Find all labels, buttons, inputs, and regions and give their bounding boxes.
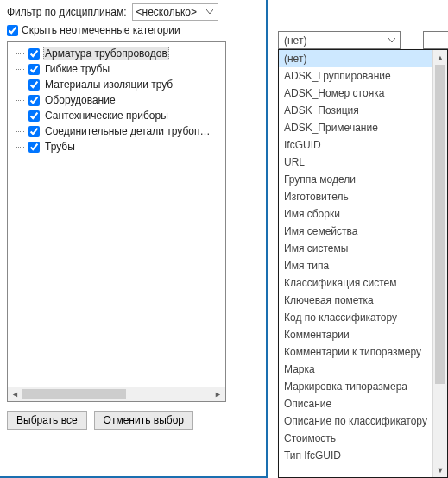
tree-row[interactable]: Материалы изоляции труб [11, 77, 224, 92]
category-tree: Арматура трубопроводовГибкие трубыМатери… [7, 41, 226, 402]
tree-item-label: Сантехнические приборы [43, 110, 170, 122]
dropdown-option[interactable]: ADSK_Группирование [279, 67, 432, 85]
discipline-filter-combo[interactable]: <несколько> [132, 3, 218, 21]
dropdown-option[interactable]: Классификация систем [279, 274, 432, 292]
tree-item-label: Трубы [43, 141, 77, 153]
chevron-down-icon [204, 6, 216, 18]
dropdown-option[interactable]: IfcGUID [279, 136, 432, 154]
hide-unchecked-row: Скрыть неотмеченные категории [7, 24, 261, 36]
button-row: Выбрать все Отменить выбор [7, 411, 261, 430]
dropdown-option[interactable]: Имя сборки [279, 205, 432, 223]
horizontal-scrollbar[interactable]: ◄ ► [8, 387, 225, 401]
dropdown-option[interactable]: Маркировка типоразмера [279, 378, 432, 395]
tree-connector-icon [11, 92, 27, 108]
tree-item-label: Соединительные детали трубопрово… [43, 125, 216, 137]
adjacent-button-stub[interactable] [423, 31, 448, 49]
parameter-combo[interactable]: (нет) [278, 31, 401, 49]
tree-item-checkbox[interactable] [28, 64, 40, 75]
tree-item-checkbox[interactable] [28, 126, 40, 137]
tree-row[interactable]: Соединительные детали трубопрово… [11, 123, 224, 139]
tree-row[interactable]: Гибкие трубы [11, 61, 224, 77]
scroll-thumb[interactable] [22, 389, 126, 399]
vertical-scrollbar[interactable]: ▲ ▼ [432, 50, 447, 477]
dropdown-option[interactable]: Код по классификатору [279, 309, 432, 326]
tree-item-checkbox[interactable] [28, 142, 40, 153]
tree-item-checkbox[interactable] [28, 110, 40, 122]
tree-connector-icon [11, 61, 27, 77]
dropdown-option[interactable]: Группа модели [279, 171, 432, 188]
scroll-up-icon[interactable]: ▲ [433, 50, 447, 65]
dropdown-option[interactable]: Имя семейства [279, 223, 432, 240]
tree-item-label: Материалы изоляции труб [43, 79, 174, 91]
tree-connector-icon [11, 139, 27, 154]
dropdown-option[interactable]: Имя типа [279, 257, 432, 274]
vertical-divider [266, 0, 268, 478]
tree-connector-icon [11, 123, 27, 139]
dropdown-option[interactable]: Описание [279, 395, 432, 412]
dropdown-option[interactable]: ADSK_Примечание [279, 119, 432, 136]
tree-item-checkbox[interactable] [28, 48, 40, 60]
dropdown-option[interactable]: Имя системы [279, 240, 432, 257]
parameter-dropdown-list: (нет)ADSK_ГруппированиеADSK_Номер стояка… [278, 49, 448, 478]
chevron-down-icon [385, 34, 398, 47]
dropdown-items-container: (нет)ADSK_ГруппированиеADSK_Номер стояка… [279, 50, 432, 477]
scroll-right-icon[interactable]: ► [211, 387, 225, 401]
dropdown-option[interactable]: Комментарии к типоразмеру [279, 343, 432, 361]
dropdown-option[interactable]: ADSK_Позиция [279, 102, 432, 119]
scroll-track[interactable] [22, 387, 211, 401]
dropdown-option[interactable]: Тип IfcGUID [279, 447, 432, 464]
parameter-combo-value: (нет) [284, 35, 306, 47]
filter-label: Фильтр по дисциплинам: [7, 6, 127, 18]
tree-row[interactable]: Сантехнические приборы [11, 108, 224, 123]
tree-item-label: Оборудование [43, 94, 117, 106]
discipline-filter-value: <несколько> [136, 6, 197, 18]
tree-connector-icon [11, 77, 27, 92]
tree-connector-icon [11, 46, 27, 61]
hide-unchecked-checkbox[interactable] [7, 25, 18, 36]
dropdown-option[interactable]: Марка [279, 361, 432, 378]
dropdown-option[interactable]: Изготовитель [279, 188, 432, 205]
deselect-all-button[interactable]: Отменить выбор [94, 411, 193, 430]
scroll-thumb[interactable] [435, 65, 445, 384]
tree-item-label: Арматура трубопроводов [43, 47, 169, 60]
dropdown-option[interactable]: Комментарии [279, 326, 432, 343]
tree-item-label: Гибкие трубы [43, 63, 111, 75]
tree-item-checkbox[interactable] [28, 79, 40, 91]
category-tree-content: Арматура трубопроводовГибкие трубыМатери… [8, 42, 225, 156]
dropdown-option[interactable]: Описание по классификатору [279, 412, 432, 430]
tree-row[interactable]: Трубы [11, 139, 224, 154]
dropdown-option[interactable]: Стоимость [279, 430, 432, 447]
select-all-button[interactable]: Выбрать все [7, 411, 87, 430]
scroll-track[interactable] [433, 65, 447, 462]
dropdown-option[interactable]: URL [279, 154, 432, 171]
tree-row[interactable]: Оборудование [11, 92, 224, 108]
scroll-left-icon[interactable]: ◄ [8, 387, 22, 401]
tree-connector-icon [11, 108, 27, 123]
left-panel: Фильтр по дисциплинам: <несколько> Скрыт… [0, 0, 266, 478]
tree-row[interactable]: Арматура трубопроводов [11, 46, 224, 61]
parameter-dropdown-closed: (нет) [278, 31, 442, 49]
tree-item-checkbox[interactable] [28, 95, 40, 106]
scroll-down-icon[interactable]: ▼ [433, 462, 447, 477]
dropdown-option[interactable]: ADSK_Номер стояка [279, 85, 432, 102]
dropdown-option[interactable]: Ключевая пометка [279, 292, 432, 309]
filter-row: Фильтр по дисциплинам: <несколько> [7, 3, 261, 21]
hide-unchecked-label[interactable]: Скрыть неотмеченные категории [22, 24, 180, 36]
dropdown-option[interactable]: (нет) [279, 50, 432, 67]
